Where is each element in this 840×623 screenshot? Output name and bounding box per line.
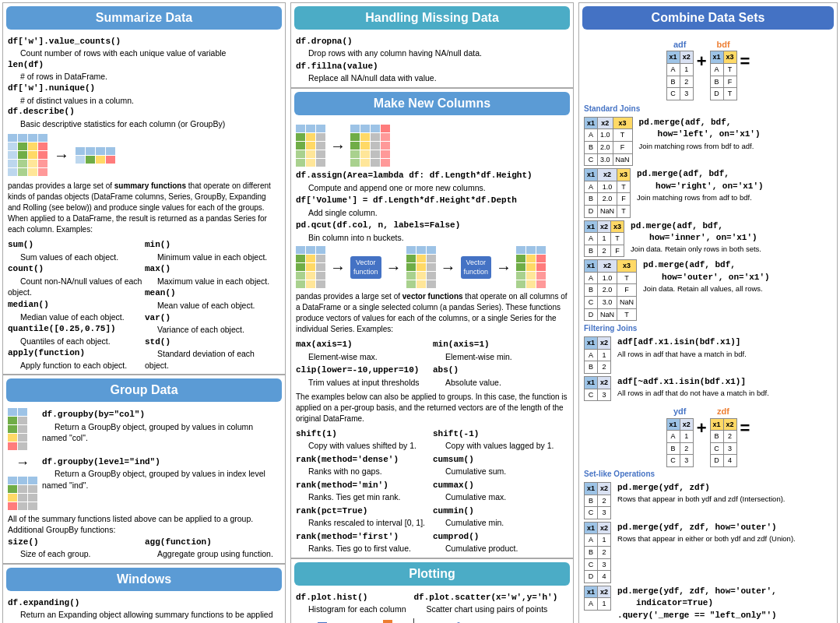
code-describe: df.describe() bbox=[8, 106, 280, 118]
vector-arrow3: → bbox=[441, 256, 456, 278]
plotting-section: Plotting df.plot.hist() Histogram for ea… bbox=[291, 558, 573, 623]
zdf-table: x1x2 B2 C3 D4 bbox=[710, 418, 737, 467]
vector-arrow4: → bbox=[496, 256, 511, 278]
group-note-text: The examples below can also be applied t… bbox=[296, 392, 568, 424]
vf-right: min(axis=1)Element-wise min. abs()Absolu… bbox=[433, 338, 568, 388]
newcols-assign: df.assign(Area=lambda df: df.Length*df.H… bbox=[296, 170, 568, 193]
summarize-item-4: df.describe() Basic descriptive statisti… bbox=[8, 106, 280, 129]
right-join-code: pd.merge(adf, bdf, how='right', on='x1')… bbox=[637, 168, 764, 202]
plus-sign-2: + bbox=[697, 417, 707, 441]
funcs-left: sum()Sum values of each object. count()C… bbox=[8, 238, 143, 371]
combine-header: Combine Data Sets bbox=[582, 6, 834, 30]
group-header: Group Data bbox=[6, 378, 282, 402]
group-note: All of the summary functions listed abov… bbox=[8, 513, 280, 525]
summarize-funcs: sum()Sum values of each object. count()C… bbox=[8, 238, 280, 371]
filter-join-1-code: adf[adf.x1.isin(bdf.x1)] All rows in adf… bbox=[617, 336, 747, 359]
inner-join-table: x1x2x3 A1T B2F bbox=[584, 220, 624, 258]
adf-table: x1x2 A1 B2 C3 bbox=[666, 51, 694, 100]
shift-left: shift(1)Copy with values shifted by 1. r… bbox=[296, 428, 431, 554]
histogram-visual bbox=[296, 618, 406, 623]
group-extra-funcs: size()Size of each group. agg(function)A… bbox=[8, 536, 280, 560]
summarize-header: Summarize Data bbox=[6, 6, 282, 30]
adf-group: adf x1x2 A1 B2 C3 bbox=[666, 39, 694, 100]
desc-describe: Basic descriptive statistics for each co… bbox=[20, 118, 280, 130]
inner-join-row: x1x2x3 A1T B2F pd.merge(adf, bdf, how='i… bbox=[584, 220, 832, 258]
vf-left: max(axis=1)Element-wise max. clip(lower=… bbox=[296, 338, 431, 388]
windows-section: Windows df.expanding() Return an Expandi… bbox=[3, 563, 285, 623]
missing-header: Handling Missing Data bbox=[294, 6, 570, 30]
newcols-qcut: pd.qcut(df.col, n, labels=False) Bin col… bbox=[296, 220, 568, 243]
newcols-visual: → bbox=[296, 125, 568, 167]
missing-dropna: df.dropna() Drop rows with any column ha… bbox=[296, 36, 568, 59]
group-content: → df.groupby(by="col") Return a GroupBy … bbox=[3, 405, 285, 563]
vector-arrow2: → bbox=[386, 256, 402, 278]
group-additional: Additional GroupBy functions: bbox=[8, 524, 280, 536]
vector-paragraph: pandas provides a large set of vector fu… bbox=[296, 291, 568, 335]
group-arrow: → bbox=[8, 453, 37, 473]
shift-funcs: shift(1)Copy with values shifted by 1. r… bbox=[296, 428, 568, 554]
filtering-joins-label: Filtering Joins bbox=[584, 323, 832, 334]
summarize-item-3: df['w'].nunique() # of distinct values i… bbox=[8, 83, 280, 106]
combine-formula-top: adf x1x2 A1 B2 C3 + bdf x1x3 AT BF bbox=[584, 39, 832, 100]
summarize-content: df['w'].value_counts() Count number of r… bbox=[3, 33, 285, 374]
filter-join-2-code: adf[~adf.x1.isin(bdf.x1)] All rows in ad… bbox=[617, 376, 769, 399]
union-row: x1x2 A1 B2 C3 D4 pd.merge(ydf, zdf, how=… bbox=[584, 522, 832, 583]
windows-content: df.expanding() Return an Expanding objec… bbox=[3, 594, 285, 623]
intersection-row: x1x2 B2 C3 pd.merge(ydf, zdf) Rows that … bbox=[584, 482, 832, 519]
plotting-items: df.plot.hist() Histogram for each column bbox=[296, 592, 568, 623]
group-section: Group Data → bbox=[3, 374, 285, 563]
filter-join-1-row: x1x2 A1 B2 adf[adf.x1.isin(bdf.x1)] All … bbox=[584, 336, 832, 374]
scatter-visual bbox=[413, 618, 476, 623]
newcols-arrow: → bbox=[330, 135, 346, 157]
newcols-header: Make New Columns bbox=[294, 92, 570, 115]
setdiff-code: pd.merge(ydf, zdf, how='outer', indicato… bbox=[617, 586, 777, 623]
left-join-row: x1x2x3 A1.0T B2.0F C3.0NaN pd.merge(adf,… bbox=[584, 117, 832, 166]
summarize-visual: → bbox=[8, 134, 280, 176]
missing-content: df.dropna() Drop rows with any column ha… bbox=[291, 33, 573, 87]
left-column: Summarize Data df['w'].value_counts() Co… bbox=[2, 2, 286, 623]
windows-expanding: df.expanding() Return an Expanding objec… bbox=[8, 597, 280, 623]
ydf-group: ydf x1x2 A1 B2 C3 bbox=[666, 406, 694, 467]
outer-join-code: pd.merge(adf, bdf, how='outer', on='x1')… bbox=[643, 259, 770, 294]
right-join-row: x1x2x3 A1.0T B2.0F DNaNT pd.merge(adf, b… bbox=[584, 168, 832, 217]
intersection-code: pd.merge(ydf, zdf) Rows that appear in b… bbox=[617, 482, 785, 505]
summarize-paragraph: pandas provides a large set of summary f… bbox=[8, 181, 280, 235]
filter-join-1-table: x1x2 A1 B2 bbox=[584, 336, 611, 374]
outer-join-table: x1x2x3 A1.0T B2.0F C3.0NaN DNaNT bbox=[584, 259, 637, 321]
newcols-section: Make New Columns → bbox=[291, 87, 573, 558]
equals-sign-1: = bbox=[740, 50, 750, 74]
group-funcs: df.groupby(by="col") Return a GroupBy ob… bbox=[42, 408, 280, 491]
code-len: len(df) bbox=[8, 59, 280, 71]
plotting-content: df.plot.hist() Histogram for each column bbox=[291, 589, 573, 623]
setdiff-table: x1x2 A1 bbox=[584, 586, 611, 611]
combine-formula-bottom: ydf x1x2 A1 B2 C3 + zdf x1x2 B2 C3 bbox=[584, 406, 832, 467]
bdf-group: bdf x1x3 AT BF DT bbox=[710, 39, 737, 100]
plotting-header: Plotting bbox=[294, 562, 570, 586]
setdiff-row: x1x2 A1 pd.merge(ydf, zdf, how='outer', … bbox=[584, 586, 832, 623]
left-join-table: x1x2x3 A1.0T B2.0F C3.0NaN bbox=[584, 117, 633, 166]
shift-right: shift(-1)Copy with values lagged by 1. c… bbox=[433, 428, 568, 554]
standard-joins-label: Standard Joins bbox=[584, 104, 832, 114]
vector-funcs: max(axis=1)Element-wise max. clip(lower=… bbox=[296, 338, 568, 388]
summarize-item-1: df['w'].value_counts() Count number of r… bbox=[8, 36, 280, 59]
summarize-section: Summarize Data df['w'].value_counts() Co… bbox=[3, 3, 285, 374]
right-join-table: x1x2x3 A1.0T B2.0F DNaNT bbox=[584, 168, 631, 217]
intersection-table: x1x2 B2 C3 bbox=[584, 482, 611, 519]
code-nunique: df['w'].nunique() bbox=[8, 83, 280, 94]
vector-visual: → Vectorfunction → → Vectorfunction → bbox=[296, 246, 568, 288]
arrow-right: → bbox=[54, 144, 69, 166]
vector-func-box2: Vectorfunction bbox=[461, 256, 492, 279]
windows-header: Windows bbox=[6, 568, 282, 591]
newcols-content: → df.assign(Area=lambda df: df.Length*df… bbox=[291, 118, 573, 558]
setlike-label: Set-like Operations bbox=[584, 469, 832, 480]
equals-sign-2: = bbox=[740, 417, 750, 441]
union-table: x1x2 A1 B2 C3 D4 bbox=[584, 522, 611, 583]
right-column: Combine Data Sets adf x1x2 A1 B2 C3 + bd… bbox=[578, 2, 838, 623]
missing-section: Handling Missing Data df.dropna() Drop r… bbox=[291, 3, 573, 87]
middle-column: Handling Missing Data df.dropna() Drop r… bbox=[290, 2, 574, 623]
group-visual: → bbox=[8, 408, 37, 509]
plot-scatter: df.plot.scatter(x='w',y='h') Scatter cha… bbox=[413, 592, 557, 623]
plot-hist: df.plot.hist() Histogram for each column bbox=[296, 592, 406, 623]
vector-func-box1: Vectorfunction bbox=[350, 256, 381, 279]
code-value-counts: df['w'].value_counts() bbox=[8, 36, 280, 48]
